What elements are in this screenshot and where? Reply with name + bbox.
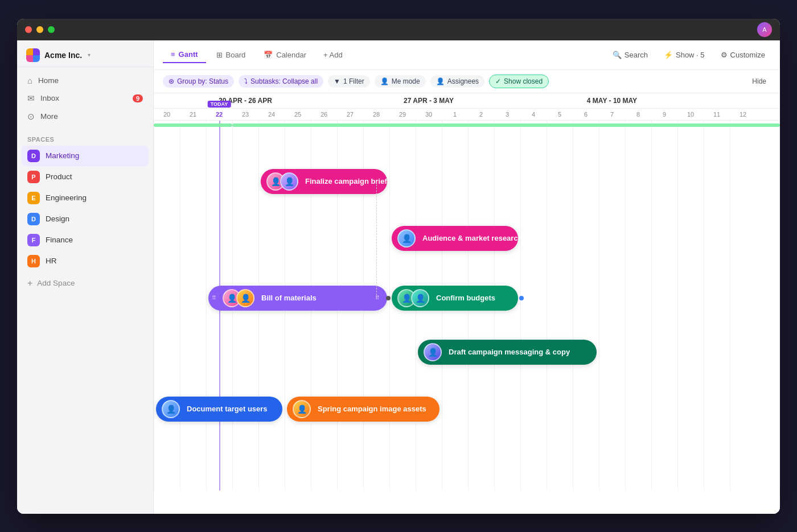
- avatar-group: 👤👤: [266, 172, 298, 191]
- minimize-button[interactable]: [36, 26, 43, 33]
- grid-line-18: [625, 121, 626, 490]
- grid-line-17: [599, 121, 599, 490]
- add-space-label: Add Space: [37, 279, 75, 287]
- filter-icon: ▼: [334, 77, 340, 85]
- day-label-8: 28: [363, 109, 389, 120]
- home-icon: ⌂: [27, 76, 32, 85]
- gantt-bar-document-target-users[interactable]: 👤Document target users: [156, 397, 282, 422]
- maximize-button[interactable]: [48, 26, 55, 33]
- tab-board[interactable]: ⊞ Board: [208, 47, 254, 63]
- design-label: Design: [46, 215, 69, 223]
- gantt-chart[interactable]: 20 APR - 26 APR27 APR - 3 MAY4 MAY - 10 …: [154, 93, 780, 514]
- sidebar-item-hr[interactable]: H HR: [22, 251, 149, 271]
- sidebar-item-home[interactable]: ⌂ Home: [22, 72, 149, 89]
- subtasks-filter[interactable]: ⤵ Subtasks: Collapse all: [239, 75, 323, 88]
- me-mode-icon: 👤: [380, 77, 389, 85]
- toolbar-right: 🔍 Search ⚡ Show · 5 ⚙ Customize: [607, 48, 771, 62]
- week-label-2: 4 MAY - 10 MAY: [520, 93, 704, 108]
- assignees-button[interactable]: 👤 Assignees: [430, 75, 484, 88]
- finance-icon: F: [27, 234, 40, 246]
- day-label-9: 29: [389, 109, 416, 120]
- gantt-label: Gantt: [179, 50, 198, 59]
- grid-line-21: [704, 121, 704, 490]
- day-label-0: 20: [154, 109, 180, 120]
- sidebar-item-design[interactable]: D Design: [22, 209, 149, 229]
- show-closed-button[interactable]: ✓ Show closed: [489, 75, 549, 88]
- add-view-button[interactable]: + Add: [317, 47, 350, 63]
- grid-line-15: [547, 121, 547, 490]
- customize-button[interactable]: ⚙ Customize: [715, 48, 771, 62]
- titlebar: A: [17, 19, 780, 40]
- nav-home-label: Home: [38, 76, 59, 85]
- gantt-body: 👤👤Finalize campaign brief👤Audience & mar…: [154, 121, 780, 490]
- drag-handle-right[interactable]: ⠿: [375, 295, 379, 301]
- bar-label: Draft campaign messaging & copy: [449, 348, 570, 356]
- search-button[interactable]: 🔍 Search: [607, 48, 654, 62]
- gantt-bar-audience-market-research[interactable]: 👤Audience & market research: [392, 226, 518, 251]
- subtasks-label: Subtasks: Collapse all: [250, 77, 318, 85]
- sidebar-item-engineering[interactable]: E Engineering: [22, 188, 149, 208]
- company-header[interactable]: Acme Inc. ▾: [17, 40, 153, 67]
- app-window: A Acme Inc. ▾ ⌂ Home ✉ Inbox 9 ⊙: [17, 19, 780, 514]
- inbox-badge: 9: [133, 94, 143, 102]
- tab-gantt[interactable]: ≡ Gantt: [163, 47, 206, 63]
- day-label-2: 22TODAY: [206, 109, 232, 120]
- hide-button[interactable]: Hide: [747, 75, 771, 88]
- day-label-20: 10: [677, 109, 704, 120]
- filter-label: 1 Filter: [343, 77, 364, 85]
- add-space-button[interactable]: + Add Space: [22, 274, 149, 292]
- sidebar-item-inbox[interactable]: ✉ Inbox 9: [22, 89, 149, 108]
- bar-avatar-0: 👤: [424, 343, 442, 361]
- day-label-16: 6: [573, 109, 599, 120]
- day-label-22: 12: [730, 109, 756, 120]
- avatar-group: 👤👤: [223, 289, 254, 307]
- bar-label: Bill of materials: [261, 294, 317, 302]
- main-content: ≡ Gantt ⊞ Board 📅 Calendar + Add 🔍: [154, 40, 780, 514]
- day-label-12: 2: [468, 109, 494, 120]
- gantt-bar-spring-campaign-image[interactable]: 👤Spring campaign image assets: [287, 397, 439, 422]
- gantt-bar-finalize-campaign-brief[interactable]: 👤👤Finalize campaign brief: [261, 169, 387, 194]
- marketing-icon: D: [27, 150, 40, 162]
- marketing-label: Marketing: [46, 151, 79, 160]
- day-label-13: 3: [494, 109, 520, 120]
- close-button[interactable]: [25, 26, 32, 33]
- day-label-21: 11: [704, 109, 730, 120]
- company-logo: [26, 48, 40, 62]
- user-avatar[interactable]: A: [757, 22, 772, 37]
- gantt-bar-confirm-budgets[interactable]: 👤👤Confirm budgets: [392, 286, 518, 311]
- gear-icon: ⚙: [721, 51, 728, 59]
- group-by-label: Group by: Status: [177, 77, 228, 85]
- engineering-label: Engineering: [46, 193, 87, 202]
- chevron-down-icon: ▾: [88, 52, 91, 58]
- bar-avatar-1: 👤: [411, 289, 429, 307]
- sidebar-item-marketing[interactable]: D Marketing: [22, 146, 149, 166]
- day-label-11: 1: [442, 109, 468, 120]
- tab-calendar[interactable]: 📅 Calendar: [256, 47, 314, 63]
- day-labels-row: 202122TODAY23242526272829301234567891011…: [154, 109, 780, 120]
- bar-label: Audience & market research: [422, 234, 523, 242]
- bar-label: Spring campaign image assets: [318, 405, 426, 413]
- gantt-bar-draft-campaign-messaging[interactable]: 👤Draft campaign messaging & copy: [418, 340, 597, 365]
- bar-avatar-1: 👤: [236, 289, 254, 307]
- avatar-group: 👤: [162, 400, 180, 418]
- sidebar-item-product[interactable]: P Product: [22, 167, 149, 187]
- day-label-3: 23: [232, 109, 258, 120]
- avatar-group: 👤: [424, 343, 442, 361]
- week-label-1: 27 APR - 3 MAY: [337, 93, 520, 108]
- filter-button[interactable]: ▼ 1 Filter: [328, 75, 370, 88]
- sidebar-item-more[interactable]: ⊙ More: [22, 108, 149, 126]
- gantt-bar-bill-of-materials[interactable]: ⠿👤👤Bill of materials⠿: [208, 286, 387, 311]
- bar-label: Confirm budgets: [436, 294, 495, 302]
- grid-line-16: [573, 121, 573, 490]
- nav-section: ⌂ Home ✉ Inbox 9 ⊙ More: [17, 67, 153, 130]
- me-mode-button[interactable]: 👤 Me mode: [375, 75, 426, 88]
- company-name: Acme Inc.: [44, 51, 82, 60]
- day-label-10: 30: [416, 109, 442, 120]
- calendar-icon: 📅: [264, 51, 273, 59]
- group-by-filter[interactable]: ⊛ Group by: Status: [163, 75, 234, 88]
- show-button[interactable]: ⚡ Show · 5: [658, 48, 710, 62]
- sidebar-item-finance[interactable]: F Finance: [22, 230, 149, 250]
- week-label-0: 20 APR - 26 APR: [154, 93, 337, 108]
- drag-handle-left[interactable]: ⠿: [212, 295, 216, 301]
- sidebar: Acme Inc. ▾ ⌂ Home ✉ Inbox 9 ⊙ More Spac…: [17, 40, 154, 514]
